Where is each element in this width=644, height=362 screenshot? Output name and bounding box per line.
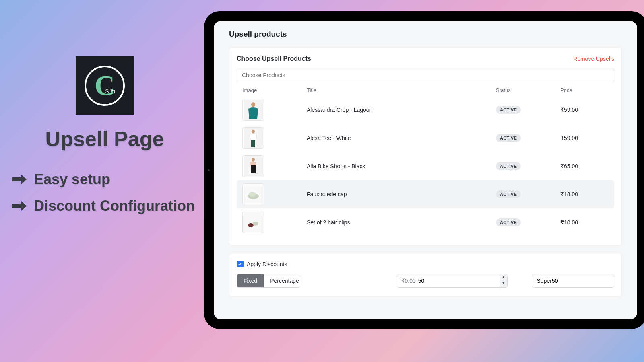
- product-thumb: [242, 183, 264, 205]
- products-table: Image Title Status Price Alessandra Crop…: [237, 85, 614, 237]
- app-logo: C $: [76, 56, 134, 115]
- status-badge: ACTIVE: [496, 190, 521, 198]
- tablet-frame: Upsell products Choose Upsell Products R…: [204, 11, 644, 329]
- col-status: Status: [496, 87, 560, 93]
- product-title: Alexa Tee - White: [307, 135, 496, 141]
- product-thumb: [242, 127, 264, 149]
- page-title: Upsell products: [229, 30, 622, 39]
- promo-panel: C $ Upsell Page Easy setup Discount Conf…: [12, 56, 197, 224]
- arrow-icon: [12, 174, 27, 185]
- remove-upsells-button[interactable]: Remove Upsells: [573, 56, 614, 62]
- app-screen: Upsell products Choose Upsell Products R…: [214, 21, 637, 319]
- col-image: Image: [242, 87, 307, 93]
- col-price: Price: [560, 87, 609, 93]
- stepper-up-icon[interactable]: ▲: [500, 274, 507, 280]
- svg-rect-9: [251, 165, 256, 173]
- col-title: Title: [307, 87, 496, 93]
- product-price: ₹10.00: [560, 219, 609, 226]
- product-title: Set of 2 hair clips: [307, 219, 496, 226]
- svg-point-12: [249, 192, 256, 197]
- product-thumb: [242, 99, 264, 121]
- status-badge: ACTIVE: [496, 218, 521, 226]
- svg-point-3: [251, 102, 255, 107]
- promo-bullets: Easy setup Discount Configuration: [12, 171, 197, 214]
- percentage-button[interactable]: Percentage: [264, 274, 300, 287]
- fixed-button[interactable]: Fixed: [237, 274, 264, 287]
- promo-bullet: Discount Configuration: [12, 197, 197, 214]
- currency-prefix: ₹0.00: [397, 274, 418, 287]
- svg-point-14: [248, 223, 254, 227]
- table-row[interactable]: Alla Bike Shorts - Black ACTIVE ₹65.00: [237, 152, 614, 180]
- svg-rect-13: [244, 212, 263, 232]
- promo-bullet-label: Easy setup: [34, 171, 110, 188]
- choose-products-input[interactable]: [237, 68, 614, 82]
- table-row[interactable]: Alessandra Crop - Lagoon ACTIVE ₹59.00: [237, 96, 614, 124]
- discount-amount-field[interactable]: ₹0.00 ▲ ▼: [397, 274, 508, 288]
- apply-discounts-checkbox[interactable]: [237, 261, 244, 267]
- svg-point-0: [112, 93, 113, 94]
- promo-bullet: Easy setup: [12, 171, 197, 188]
- product-title: Alessandra Crop - Lagoon: [307, 107, 496, 113]
- product-thumb: [242, 155, 264, 177]
- discount-code-input[interactable]: [532, 274, 615, 288]
- table-row[interactable]: Set of 2 hair clips ACTIVE ₹10.00: [237, 208, 614, 237]
- discount-card: Apply Discounts Fixed Percentage ₹0.00 ▲…: [229, 253, 622, 297]
- product-price: ₹65.00: [560, 163, 609, 169]
- product-title: Faux suede cap: [307, 191, 496, 197]
- discount-amount-input[interactable]: [418, 274, 500, 287]
- promo-bullet-label: Discount Configuration: [34, 197, 195, 214]
- table-row[interactable]: Faux suede cap ACTIVE ₹18.00: [237, 180, 614, 208]
- product-price: ₹59.00: [560, 107, 609, 113]
- promo-title: Upsell Page: [12, 127, 197, 151]
- apply-discounts-label: Apply Discounts: [247, 261, 287, 267]
- table-header: Image Title Status Price: [237, 85, 614, 96]
- svg-point-8: [252, 158, 255, 162]
- status-badge: ACTIVE: [496, 134, 521, 142]
- svg-point-15: [253, 222, 258, 226]
- product-price: ₹59.00: [560, 135, 609, 141]
- svg-rect-6: [251, 140, 255, 147]
- product-price: ₹18.00: [560, 191, 609, 197]
- card-title: Choose Upsell Products: [237, 55, 311, 62]
- upsell-products-card: Choose Upsell Products Remove Upsells Im…: [229, 47, 622, 246]
- product-thumb: [242, 212, 264, 233]
- table-row[interactable]: Alexa Tee - White ACTIVE ₹59.00: [237, 124, 614, 152]
- stepper-down-icon[interactable]: ▼: [500, 280, 507, 286]
- svg-point-1: [114, 93, 114, 94]
- arrow-icon: [12, 201, 27, 211]
- svg-point-5: [252, 130, 255, 134]
- status-badge: ACTIVE: [496, 106, 521, 114]
- product-title: Alla Bike Shorts - Black: [307, 163, 496, 169]
- status-badge: ACTIVE: [496, 162, 521, 170]
- discount-type-segment: Fixed Percentage: [237, 274, 300, 288]
- amount-stepper[interactable]: ▲ ▼: [500, 274, 507, 287]
